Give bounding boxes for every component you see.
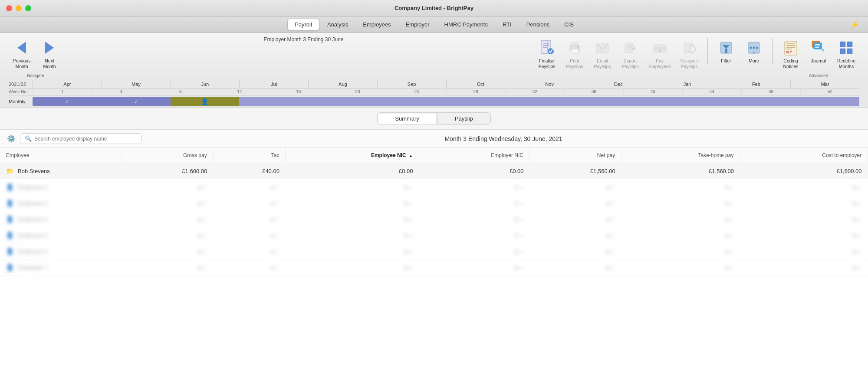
coding-notices-icon: SLT — [782, 39, 799, 56]
next-month-button[interactable]: Next Month — [36, 36, 62, 72]
cell-employee-nic: £0.00 — [286, 163, 419, 179]
timeline-week-12: 12 — [210, 88, 269, 95]
journal-button[interactable]: Journal — [806, 36, 832, 66]
email-payslips-button[interactable]: Email Payslips — [589, 36, 615, 72]
toolbar-group-advanced: SLT Coding Notices Journal — [778, 36, 859, 78]
table-header: Employee Gross pay Tax Employee NIC ▲ Em… — [0, 148, 868, 163]
timeline-bar-3 — [239, 97, 859, 106]
table-row[interactable]: 👤 Employee 2 £— £— £— £— £— £— £— — [0, 179, 868, 195]
toolbar: Previous Month Next Month Navigate Emplo… — [0, 33, 868, 80]
period-label: Employer Month 3 Ending 30 June — [73, 36, 534, 46]
pay-employees-button[interactable]: Pay Employees — [645, 36, 674, 72]
cell-tax: £— — [213, 179, 286, 195]
tab-summary[interactable]: Summary — [377, 112, 437, 125]
col-employer-nic: Employer NIC — [419, 148, 529, 163]
timeline-week-36: 36 — [564, 88, 623, 95]
timeline-month-may: May — [102, 80, 171, 88]
print-payslips-button[interactable]: Print Payslips — [562, 36, 588, 72]
cell-employee-nic: £— — [286, 179, 419, 195]
sync-icon[interactable]: ⚡ — [850, 20, 859, 29]
table-row[interactable]: 👤 Employee 5 £— £— £— £— £— £— £— — [0, 227, 868, 243]
finalise-payslips-icon — [538, 39, 556, 56]
person-icon: 👤 — [6, 200, 13, 206]
table-row[interactable]: 👤 Employee 7 £— £— £— £— £— £— £— — [0, 259, 868, 275]
finalise-payslips-label: Finalise Payslips — [538, 58, 555, 69]
email-payslips-icon — [594, 39, 611, 56]
timeline: 2021/22 AprMayJunJulAugSepOctNovDecJanFe… — [0, 80, 868, 108]
cell-employer-nic: £— — [419, 259, 529, 275]
table-row[interactable]: 👤 Employee 4 £— £— £— £— £— £— £— — [0, 211, 868, 227]
person-icon: 👤 — [6, 248, 13, 255]
reopen-payslips-label: Re-open Payslips — [681, 58, 698, 69]
minimize-button[interactable] — [16, 5, 22, 11]
filter-label: Filter — [721, 58, 731, 64]
redefine-months-button[interactable]: Redefine Months — [833, 36, 859, 72]
timeline-month-apr: Apr — [33, 80, 102, 88]
year-label: 2021/22 — [9, 80, 33, 88]
timeline-month-nov: Nov — [515, 80, 584, 88]
timeline-bars: ✓✓👤 — [33, 97, 859, 106]
col-gross-pay: Gross pay — [122, 148, 213, 163]
coding-notices-label: Coding Notices — [783, 58, 798, 69]
employee-tbody: 📁 Bob Stevens £1,600.00 £40.00 £0.00 £0.… — [0, 163, 868, 275]
tab-payslip[interactable]: Payslip — [437, 112, 491, 125]
timeline-week-24: 24 — [387, 88, 446, 95]
finalise-payslips-button[interactable]: Finalise Payslips — [534, 36, 560, 72]
prev-month-icon — [13, 39, 30, 56]
close-button[interactable] — [6, 5, 12, 11]
nav-tab-employees[interactable]: Employees — [356, 19, 398, 30]
svg-rect-7 — [571, 42, 578, 46]
svg-point-9 — [577, 46, 579, 48]
search-input[interactable] — [34, 136, 137, 142]
timeline-payroll-row: Monthly ✓✓👤 — [9, 95, 859, 108]
svg-rect-42 — [847, 42, 852, 47]
timeline-month-jan: Jan — [653, 80, 722, 88]
prev-month-button[interactable]: Previous Month — [9, 36, 35, 72]
gear-button[interactable]: ⚙️ — [7, 134, 16, 143]
cell-cost-to-employer: £— — [740, 211, 868, 227]
person-icon: 👤 — [6, 216, 13, 223]
svg-rect-20 — [684, 43, 691, 52]
table-row[interactable]: 👤 Employee 3 £— £— £— £— £— £— £— — [0, 195, 868, 211]
prev-month-label: Previous Month — [13, 58, 31, 69]
cell-takehome-pay: £— — [621, 243, 740, 259]
maximize-button[interactable] — [25, 5, 31, 11]
nav-tab-cis[interactable]: CIS — [557, 19, 581, 30]
cell-net-pay: £1,560.00 — [530, 163, 621, 179]
cell-net-pay: £— — [530, 195, 621, 211]
timeline-month-sep: Sep — [377, 80, 446, 88]
timeline-week-8: 8 — [151, 88, 210, 95]
export-payslips-button[interactable]: Export Payslips — [617, 36, 643, 72]
cell-employer-nic: £— — [419, 179, 529, 195]
nav-tab-rti[interactable]: RTI — [496, 19, 519, 30]
nav-tab-hmrc-payments[interactable]: HMRC Payments — [437, 19, 495, 30]
window-controls — [6, 5, 31, 11]
nav-tab-pensions[interactable]: Pensions — [519, 19, 556, 30]
cell-takehome-pay: £1,560.00 — [621, 163, 740, 179]
col-employee-nic[interactable]: Employee NIC ▲ — [286, 148, 419, 163]
print-payslips-icon — [566, 39, 583, 56]
filter-button[interactable]: Filter — [713, 36, 739, 66]
nav-tab-payroll[interactable]: Payroll — [287, 19, 319, 30]
nav-tab-employer[interactable]: Employer — [399, 19, 437, 30]
svg-point-25 — [750, 47, 752, 49]
cell-employee-name: 👤 Employee 2 — [0, 179, 122, 195]
reopen-payslips-button[interactable]: Re-open Payslips — [676, 36, 702, 72]
table-header-row: Employee Gross pay Tax Employee NIC ▲ Em… — [0, 148, 868, 163]
separator-2 — [707, 38, 708, 64]
more-button[interactable]: More — [741, 36, 767, 66]
timeline-month-dec: Dec — [584, 80, 653, 88]
table-row[interactable]: 📁 Bob Stevens £1,600.00 £40.00 £0.00 £0.… — [0, 163, 868, 179]
table-row[interactable]: 👤 Employee 6 £— £— £— £— £— £— £— — [0, 243, 868, 259]
col-tax: Tax — [213, 148, 286, 163]
cell-employee-nic: £— — [286, 211, 419, 227]
coding-notices-button[interactable]: SLT Coding Notices — [778, 36, 804, 72]
pay-employees-icon — [651, 39, 668, 56]
month-title: Month 3 Ending Wednesday, 30 June, 2021 — [146, 135, 861, 142]
nav-tab-analysis[interactable]: Analysis — [320, 19, 355, 30]
timeline-bar-0: ✓ — [33, 97, 102, 106]
timeline-bar-2: 👤 — [171, 97, 240, 106]
cell-takehome-pay: £— — [621, 195, 740, 211]
cell-employee-name: 📁 Bob Stevens — [0, 163, 122, 179]
col-cost-to-employer: Cost to employer — [740, 148, 868, 163]
